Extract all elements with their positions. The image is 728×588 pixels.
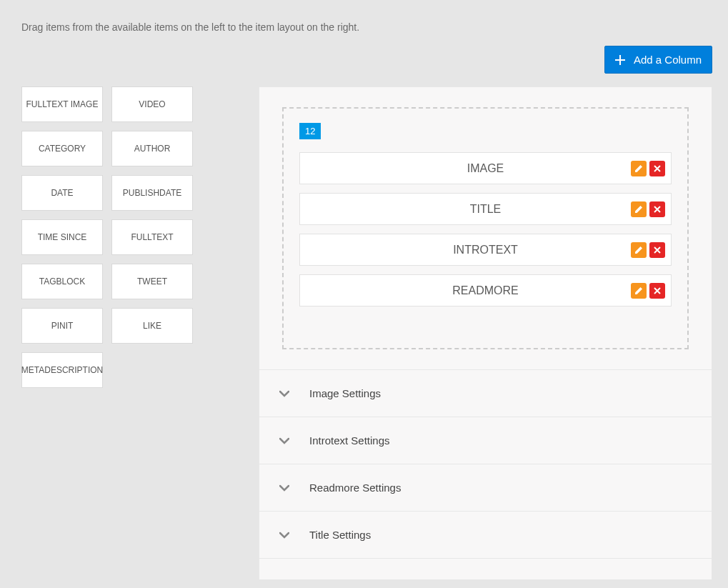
edit-item-button[interactable] <box>631 161 647 176</box>
layout-item-introtext[interactable]: INTROTEXT <box>299 234 672 266</box>
layout-item-label: TITLE <box>470 203 502 216</box>
layout-item-label: INTROTEXT <box>453 244 518 256</box>
settings-panel-introtext[interactable]: Introtext Settings <box>259 417 712 464</box>
close-icon <box>654 246 661 254</box>
available-item-publishdate[interactable]: PUBLISHDATE <box>111 175 193 211</box>
available-item-tagblock[interactable]: TAGBLOCK <box>21 264 103 299</box>
settings-panel-title[interactable]: Title Settings <box>259 511 712 558</box>
available-item-metadescription[interactable]: METADESCRIPTION <box>21 352 103 388</box>
available-item-video[interactable]: VIDEO <box>111 86 193 122</box>
pencil-icon <box>634 205 643 214</box>
settings-panel-label: Title Settings <box>309 529 371 541</box>
close-icon <box>654 206 661 213</box>
layout-item-title[interactable]: TITLE <box>299 193 672 225</box>
close-icon <box>654 287 661 294</box>
available-item-pinit[interactable]: PINIT <box>21 308 103 344</box>
settings-panel-image[interactable]: Image Settings <box>259 369 712 417</box>
delete-item-button[interactable] <box>649 201 665 217</box>
available-item-like[interactable]: LIKE <box>111 308 193 344</box>
available-item-tweet[interactable]: TWEET <box>111 264 193 299</box>
chevron-down-icon <box>279 484 289 492</box>
edit-item-button[interactable] <box>631 201 647 217</box>
available-item-category[interactable]: CATEGORY <box>21 131 103 166</box>
settings-panel-readmore[interactable]: Readmore Settings <box>259 464 712 511</box>
close-icon <box>654 165 661 172</box>
add-column-button[interactable]: Add a Column <box>604 46 712 74</box>
available-items-panel: FULLTEXT IMAGE VIDEO CATEGORY AUTHOR DAT… <box>21 86 216 388</box>
panel-spacer <box>259 558 712 579</box>
layout-item-label: READMORE <box>452 284 518 297</box>
layout-panel: 12 IMAGE <box>259 86 712 580</box>
delete-item-button[interactable] <box>649 242 665 258</box>
layout-item-readmore[interactable]: READMORE <box>299 274 672 307</box>
pencil-icon <box>634 164 643 173</box>
available-item-author[interactable]: AUTHOR <box>111 131 193 166</box>
chevron-down-icon <box>279 390 289 397</box>
chevron-down-icon <box>279 437 289 444</box>
pencil-icon <box>634 246 643 254</box>
available-item-time-since[interactable]: TIME SINCE <box>21 219 103 255</box>
settings-panel-label: Image Settings <box>309 387 381 399</box>
edit-item-button[interactable] <box>631 283 647 299</box>
delete-item-button[interactable] <box>649 161 665 176</box>
settings-panel-label: Introtext Settings <box>309 434 390 447</box>
available-item-fulltext[interactable]: FULLTEXT <box>111 219 193 255</box>
layout-item-image[interactable]: IMAGE <box>299 152 672 184</box>
settings-panel-label: Readmore Settings <box>309 482 401 494</box>
available-item-fulltext-image[interactable]: FULLTEXT IMAGE <box>21 86 103 122</box>
instructions-text: Drag items from the available items on t… <box>21 21 712 33</box>
available-item-date[interactable]: DATE <box>21 175 103 211</box>
edit-item-button[interactable] <box>631 242 647 258</box>
pencil-icon <box>634 286 643 295</box>
column-width-badge[interactable]: 12 <box>299 123 321 139</box>
delete-item-button[interactable] <box>649 283 665 299</box>
plus-icon <box>615 55 625 65</box>
add-column-label: Add a Column <box>634 54 702 66</box>
layout-item-label: IMAGE <box>467 162 504 175</box>
layout-column-dropzone[interactable]: 12 IMAGE <box>282 107 689 349</box>
chevron-down-icon <box>279 532 289 539</box>
